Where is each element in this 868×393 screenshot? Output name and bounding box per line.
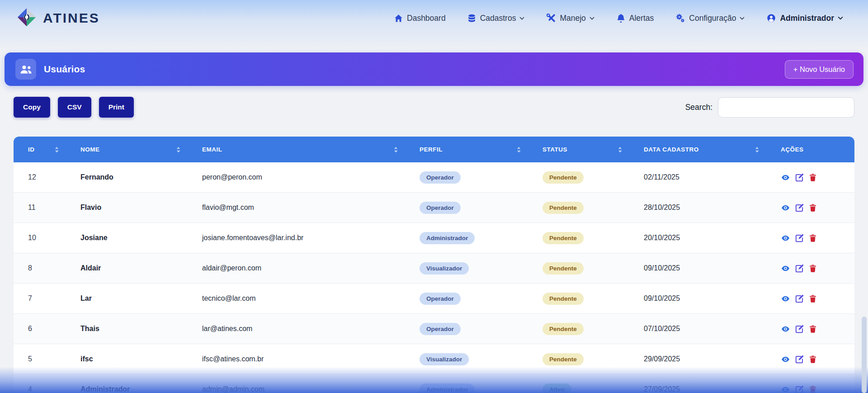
edit-button[interactable] bbox=[795, 234, 804, 242]
chevron-down-icon bbox=[837, 15, 844, 21]
main-nav: Dashboard Cadastros bbox=[394, 14, 844, 23]
perfil-badge: Administrador bbox=[420, 232, 475, 244]
brand-name: ATINES bbox=[43, 10, 100, 26]
cell-data-cadastro: 28/10/2025 bbox=[629, 193, 766, 223]
nav-item-manejo[interactable]: Manejo bbox=[547, 14, 594, 23]
eye-icon bbox=[781, 206, 790, 213]
cell-email: tecnico@lar.com bbox=[188, 284, 405, 314]
brand-logo[interactable]: ATINES bbox=[16, 7, 100, 29]
eye-icon bbox=[781, 388, 790, 393]
table-toolbar: Copy CSV Print Search: bbox=[14, 97, 854, 118]
cell-data-cadastro: 02/11/2025 bbox=[629, 162, 766, 193]
cell-acoes bbox=[766, 223, 854, 253]
nav-item-configuracao[interactable]: Configuração bbox=[675, 14, 745, 23]
edit-button[interactable] bbox=[795, 204, 804, 212]
sort-icon bbox=[618, 146, 622, 153]
view-button[interactable] bbox=[781, 325, 790, 333]
cell-id: 12 bbox=[14, 162, 66, 193]
column-header-data-cadastro[interactable]: DATA CADASTRO bbox=[629, 137, 766, 162]
delete-button[interactable] bbox=[809, 264, 817, 273]
gears-icon bbox=[675, 14, 685, 23]
scrollbar-thumb[interactable] bbox=[862, 317, 867, 393]
cell-id: 5 bbox=[14, 344, 66, 374]
delete-button[interactable] bbox=[809, 204, 817, 212]
edit-icon bbox=[795, 267, 804, 274]
table-row: 4Administradoradmin@admin.comAdministrad… bbox=[14, 374, 854, 393]
users-table-container: IDNOMEEMAILPERFILSTATUSDATA CADASTROAÇÕE… bbox=[14, 137, 854, 393]
edit-icon bbox=[795, 388, 804, 393]
copy-button[interactable]: Copy bbox=[14, 97, 50, 118]
view-button[interactable] bbox=[781, 204, 790, 212]
edit-icon bbox=[795, 328, 804, 335]
database-icon bbox=[467, 14, 476, 23]
eye-icon bbox=[781, 358, 790, 365]
view-button[interactable] bbox=[781, 386, 790, 393]
cell-acoes bbox=[766, 284, 854, 314]
edit-button[interactable] bbox=[795, 355, 804, 364]
view-button[interactable] bbox=[781, 295, 790, 303]
search-label: Search: bbox=[685, 103, 712, 112]
cell-data-cadastro: 07/10/2025 bbox=[629, 314, 766, 344]
edit-button[interactable] bbox=[795, 325, 804, 333]
nav-item-user-menu[interactable]: Administrador bbox=[767, 14, 844, 23]
cell-email: peron@peron.com bbox=[188, 162, 405, 193]
delete-button[interactable] bbox=[809, 385, 817, 393]
column-header-perfil[interactable]: PERFIL bbox=[405, 137, 528, 162]
column-header-id[interactable]: ID bbox=[14, 137, 66, 162]
house-icon bbox=[394, 14, 403, 23]
search-input[interactable] bbox=[718, 97, 854, 118]
csv-button[interactable]: CSV bbox=[58, 97, 91, 118]
cell-status: Pendente bbox=[528, 344, 629, 374]
table-header-row: IDNOMEEMAILPERFILSTATUSDATA CADASTROAÇÕE… bbox=[14, 137, 854, 162]
column-label: NOME bbox=[80, 146, 100, 153]
delete-button[interactable] bbox=[809, 173, 817, 182]
search-area: Search: bbox=[685, 97, 854, 118]
cell-id: 8 bbox=[14, 253, 66, 284]
delete-button[interactable] bbox=[809, 325, 817, 333]
nav-item-alertas[interactable]: Alertas bbox=[617, 14, 654, 23]
view-button[interactable] bbox=[781, 234, 790, 242]
cell-perfil: Operador bbox=[405, 284, 528, 314]
cell-nome: Flavio bbox=[66, 193, 188, 223]
nav-label: Configuração bbox=[689, 14, 736, 23]
nav-item-dashboard[interactable]: Dashboard bbox=[394, 14, 446, 23]
status-badge: Pendente bbox=[542, 202, 584, 214]
view-button[interactable] bbox=[781, 174, 790, 181]
status-badge: Pendente bbox=[542, 293, 584, 305]
print-button[interactable]: Print bbox=[99, 97, 134, 118]
edit-icon bbox=[795, 298, 804, 304]
trash-icon bbox=[809, 358, 817, 365]
column-header-email[interactable]: EMAIL bbox=[188, 137, 405, 162]
view-button[interactable] bbox=[781, 355, 790, 363]
cell-perfil: Visualizador bbox=[405, 344, 528, 374]
edit-button[interactable] bbox=[795, 264, 804, 273]
view-button[interactable] bbox=[781, 265, 790, 272]
delete-button[interactable] bbox=[809, 294, 817, 303]
delete-button[interactable] bbox=[809, 355, 817, 364]
nav-item-cadastros[interactable]: Cadastros bbox=[467, 14, 525, 23]
edit-button[interactable] bbox=[795, 385, 804, 393]
users-table: IDNOMEEMAILPERFILSTATUSDATA CADASTROAÇÕE… bbox=[14, 137, 854, 393]
tools-icon bbox=[547, 14, 556, 23]
edit-button[interactable] bbox=[795, 294, 804, 303]
sort-icon bbox=[755, 146, 759, 153]
perfil-badge: Operador bbox=[420, 202, 461, 214]
cell-id: 10 bbox=[14, 223, 66, 253]
cell-acoes bbox=[766, 193, 854, 223]
eye-icon bbox=[781, 176, 790, 183]
nav-label: Alertas bbox=[629, 14, 654, 23]
trash-icon bbox=[809, 388, 817, 393]
cell-nome: ifsc bbox=[66, 344, 188, 374]
chevron-down-icon bbox=[519, 15, 525, 21]
edit-button[interactable] bbox=[795, 173, 804, 182]
cell-data-cadastro: 09/10/2025 bbox=[629, 253, 766, 284]
delete-button[interactable] bbox=[809, 234, 817, 242]
column-header-nome[interactable]: NOME bbox=[66, 137, 188, 162]
cell-email: josiane.fomentoaves@lar.ind.br bbox=[188, 223, 405, 253]
column-header-status[interactable]: STATUS bbox=[528, 137, 629, 162]
table-body: 12Fernandoperon@peron.comOperadorPendent… bbox=[14, 162, 854, 393]
status-badge: Pendente bbox=[542, 232, 584, 244]
column-label: PERFIL bbox=[420, 146, 443, 153]
new-user-button[interactable]: + Novo Usuário bbox=[785, 60, 854, 79]
cell-email: aldair@peron.com bbox=[188, 253, 405, 284]
